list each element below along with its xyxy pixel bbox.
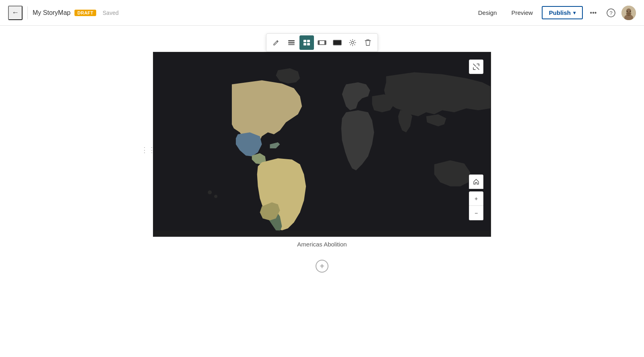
svg-point-21 [208, 191, 212, 195]
svg-rect-9 [288, 44, 295, 45]
svg-rect-23 [154, 230, 490, 236]
pencil-tool-button[interactable] [269, 35, 283, 50]
list-view-button[interactable] [284, 35, 299, 50]
help-button[interactable]: ? [604, 6, 618, 20]
svg-rect-20 [154, 52, 232, 236]
grid-view-button[interactable] [299, 35, 314, 50]
story-title: My StoryMap [33, 9, 70, 16]
map-caption: Americas Abolition [153, 241, 491, 248]
svg-rect-13 [307, 43, 310, 45]
settings-gear-icon [349, 39, 356, 46]
svg-rect-10 [303, 40, 306, 42]
main-content: laborum. ⋮⋮ [0, 26, 644, 357]
add-block-section: + [316, 260, 328, 273]
list-icon [288, 39, 295, 46]
dark-block-icon [333, 40, 342, 45]
svg-rect-17 [333, 40, 341, 45]
map-zoom-in-button[interactable]: + [469, 191, 483, 206]
media-strip-button[interactable] [315, 35, 329, 50]
map-block-wrapper: ⋮⋮ [153, 52, 491, 248]
avatar-image [621, 6, 636, 20]
publish-button[interactable]: Publish ▾ [542, 6, 583, 19]
map-credits-bar: Esri Powered by Esri [153, 236, 491, 237]
svg-rect-8 [288, 42, 295, 43]
svg-rect-11 [307, 40, 310, 42]
map-zoom-out-button[interactable]: − [469, 206, 483, 220]
add-block-button[interactable]: + [316, 260, 328, 273]
world-map-svg [153, 52, 491, 236]
map-toolbar [266, 33, 378, 52]
dark-mode-button[interactable] [330, 35, 345, 50]
media-strip-icon [318, 40, 326, 45]
nav-right-actions: Design Preview Publish ▾ ••• ? [473, 6, 636, 20]
expand-icon [473, 63, 480, 70]
map-home-button[interactable] [469, 174, 483, 189]
settings-button[interactable] [345, 35, 360, 50]
publish-chevron-icon: ▾ [573, 10, 576, 16]
pencil-icon [273, 39, 279, 46]
svg-point-6 [630, 10, 631, 12]
svg-rect-15 [318, 41, 320, 45]
nav-divider [27, 6, 28, 19]
svg-rect-12 [303, 43, 306, 45]
more-options-button[interactable]: ••• [586, 6, 601, 20]
svg-point-18 [351, 41, 354, 44]
svg-rect-16 [324, 41, 326, 45]
trash-icon [365, 39, 371, 46]
user-avatar[interactable] [621, 6, 636, 20]
back-button[interactable]: ← [8, 6, 23, 20]
svg-rect-7 [288, 40, 295, 41]
preview-link[interactable]: Preview [506, 7, 538, 18]
delete-button[interactable] [361, 35, 375, 50]
svg-text:?: ? [609, 10, 612, 16]
draft-badge: DRAFT [74, 10, 96, 16]
map-background: + − [153, 52, 491, 236]
top-navigation: ← My StoryMap DRAFT Saved Design Preview… [0, 0, 644, 26]
map-controls: + − [469, 174, 483, 220]
grid-icon [303, 39, 310, 46]
design-link[interactable]: Design [473, 7, 503, 18]
map-expand-button[interactable] [469, 60, 483, 74]
svg-point-5 [627, 10, 628, 12]
help-icon: ? [607, 8, 615, 17]
saved-indicator: Saved [103, 10, 119, 16]
map-container[interactable]: + − Esri Powered by Esri [153, 52, 491, 237]
svg-point-22 [214, 195, 217, 198]
home-icon [473, 178, 479, 185]
